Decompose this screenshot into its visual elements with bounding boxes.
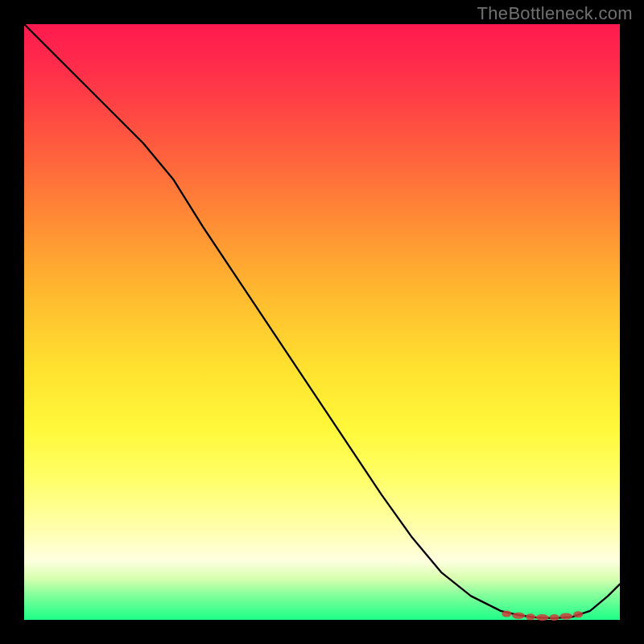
optimal-marker [536,614,549,621]
plot-area [24,24,620,620]
optimal-marker [550,614,559,621]
bottleneck-curve [24,24,620,618]
optimal-marker [512,613,525,619]
watermark-text: TheBottleneck.com [477,3,633,24]
optimal-marker [526,613,535,620]
optimal-marker [573,611,583,617]
optimal-marker [559,613,572,620]
optimal-markers [502,611,583,621]
chart-svg [24,24,620,620]
chart-frame: TheBottleneck.com [0,0,644,644]
optimal-marker [502,611,511,617]
